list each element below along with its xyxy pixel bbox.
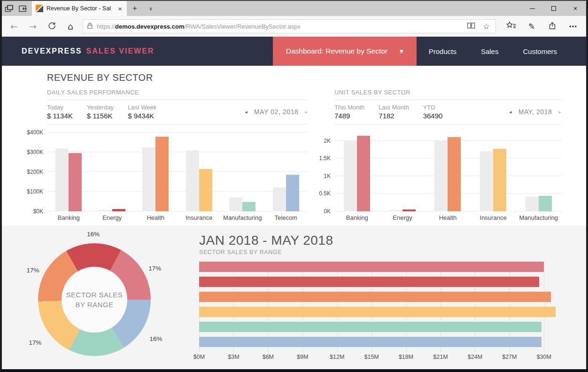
bar-group xyxy=(334,129,380,211)
horizontal-bar[interactable] xyxy=(199,337,542,347)
x-axis-tick-label: $3M xyxy=(228,354,239,360)
column-bar[interactable] xyxy=(434,141,448,211)
reading-view-icon[interactable] xyxy=(465,22,477,31)
column-bar[interactable] xyxy=(357,136,370,211)
minimize-icon xyxy=(530,8,535,9)
share-icon[interactable] xyxy=(542,22,563,31)
y-axis-tick-label: $300K xyxy=(20,149,43,155)
bar-groups xyxy=(47,129,308,211)
category-label: Manufacturing xyxy=(221,214,264,221)
horizontal-bar[interactable] xyxy=(199,307,556,317)
column-bar[interactable] xyxy=(448,137,461,211)
horizontal-bar[interactable] xyxy=(199,322,542,332)
stat-value: 7489 xyxy=(334,112,364,120)
unit-date-label: MAY, 2018 xyxy=(518,108,552,116)
column-bar[interactable] xyxy=(55,148,69,211)
daily-sales-chart: $0K$100K$200K$300K$400KBankingEnergyHeal… xyxy=(47,129,308,221)
hub-favorites-icon[interactable] xyxy=(501,21,521,31)
back-button[interactable]: ← xyxy=(5,21,23,31)
category-label: Energy xyxy=(91,214,134,221)
next-month-icon[interactable]: ▸ xyxy=(558,109,561,115)
donut-zone: SECTOR SALESBY RANGE16%17%16%16%17%17% xyxy=(2,225,197,369)
y-axis-tick-label: $0K xyxy=(20,208,43,215)
x-axis-tick-label: $0M xyxy=(193,354,205,360)
column-bar[interactable] xyxy=(242,202,255,211)
bar-group xyxy=(471,129,516,211)
category-label: Health xyxy=(425,214,471,221)
home-button[interactable]: ⌂ xyxy=(61,21,80,31)
stat-last-week: Last Week $ 9434K xyxy=(128,104,156,120)
column-bar[interactable] xyxy=(493,149,506,211)
range-title: JAN 2018 - MAY 2018 xyxy=(199,233,561,248)
x-axis-tick-label: $24M xyxy=(468,354,482,360)
x-axis-tick-label: $9M xyxy=(297,354,308,360)
donut-percent-label: 17% xyxy=(26,267,39,274)
column-bar[interactable] xyxy=(480,151,493,211)
bar-group xyxy=(380,129,426,211)
address-bar[interactable]: https://demos.devexpress.com/RWA/SalesVi… xyxy=(83,19,496,33)
column-bar[interactable] xyxy=(402,209,416,211)
x-axis-tick-label: $21M xyxy=(433,354,448,360)
x-axis-tick-label: $27M xyxy=(502,354,517,360)
sector-sales-donut-chart: SECTOR SALESBY RANGE16%17%16%16%17%17% xyxy=(15,229,174,369)
donut-percent-label: 16% xyxy=(150,335,162,342)
category-label: Manufacturing xyxy=(516,214,561,221)
horizontal-bar[interactable] xyxy=(199,262,544,272)
category-label: Banking xyxy=(47,214,91,221)
horizontal-bar[interactable] xyxy=(199,277,539,287)
browser-tab[interactable]: Revenue By Sector - Sal × xyxy=(32,1,127,16)
dashboard-selector-button[interactable]: Dashboard: Revenue by Sector ▼ xyxy=(273,37,417,66)
nav-item-customers[interactable]: Customers xyxy=(511,37,569,66)
column-bar[interactable] xyxy=(526,197,539,211)
new-tab-button[interactable]: + xyxy=(127,1,143,16)
settings-ellipsis-icon[interactable]: ⋯ xyxy=(563,22,583,31)
add-favorite-star-icon[interactable]: ☆ xyxy=(481,22,492,31)
nav-item-products[interactable]: Products xyxy=(417,37,469,66)
prev-month-icon[interactable]: ◂ xyxy=(509,109,512,115)
donut-percent-label: 16% xyxy=(87,231,100,238)
column-bar[interactable] xyxy=(286,175,299,211)
column-bar[interactable] xyxy=(186,150,199,211)
forward-button[interactable]: → xyxy=(23,21,42,31)
donut-percent-label: 17% xyxy=(29,339,41,346)
horizontal-bar[interactable] xyxy=(199,292,551,302)
column-bar[interactable] xyxy=(199,169,212,211)
set-tabs-aside-icon[interactable] xyxy=(16,1,30,16)
y-axis-tick-label: $200K xyxy=(20,169,43,175)
prev-date-icon[interactable]: ◂ xyxy=(245,109,248,115)
column-bar[interactable] xyxy=(69,153,82,211)
tab-preview-icon[interactable] xyxy=(2,1,16,16)
next-date-icon[interactable]: ▸ xyxy=(305,109,308,115)
bar-group xyxy=(47,129,91,211)
daily-stats-row: Today $ 1134K Yesterday $ 1156K Last Wee… xyxy=(47,100,308,124)
bar-group xyxy=(221,129,264,211)
stat-label: Today xyxy=(47,104,73,111)
column-bar[interactable] xyxy=(155,137,169,211)
category-label: Health xyxy=(134,214,178,221)
web-note-pen-icon[interactable]: ✎ xyxy=(521,22,542,31)
column-bar[interactable] xyxy=(273,187,286,211)
nav-item-sales[interactable]: Sales xyxy=(469,37,511,66)
maximize-icon xyxy=(551,6,556,11)
column-bar[interactable] xyxy=(539,196,552,211)
column-bar[interactable] xyxy=(344,141,357,211)
range-subtitle: SECTOR SALES BY RANGE xyxy=(199,249,561,256)
minimize-button[interactable] xyxy=(521,1,543,16)
close-button[interactable]: × xyxy=(565,1,586,16)
daily-sales-panel: DAILY SALES PERFORMANCE Today $ 1134K Ye… xyxy=(47,89,308,221)
maximize-button[interactable] xyxy=(543,1,565,16)
column-bar[interactable] xyxy=(229,197,242,211)
unit-sales-panel: UNIT SALES BY SECTOR This Month 7489 Las… xyxy=(334,89,561,221)
refresh-button[interactable] xyxy=(42,21,61,31)
column-bar[interactable] xyxy=(112,209,125,211)
tab-list-chevron-icon[interactable]: ∨ xyxy=(143,1,159,16)
column-bar[interactable] xyxy=(99,210,112,211)
donut-center-text: BY RANGE xyxy=(75,300,113,310)
stat-label: Yesterday xyxy=(87,104,114,111)
column-bar[interactable] xyxy=(389,210,402,211)
bar-group xyxy=(134,129,178,211)
column-bar[interactable] xyxy=(142,147,155,211)
range-zone: JAN 2018 - MAY 2018 SECTOR SALES BY RANG… xyxy=(197,225,586,369)
stat-value: $ 1134K xyxy=(47,112,73,120)
tab-close-icon[interactable]: × xyxy=(117,5,123,13)
